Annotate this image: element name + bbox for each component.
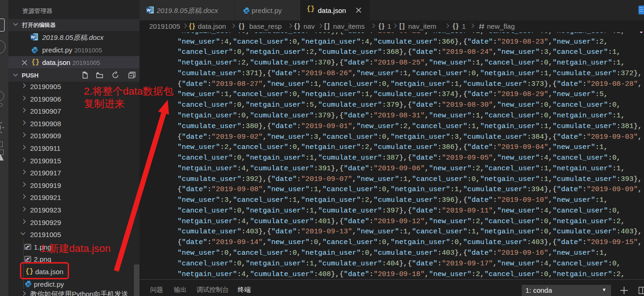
svg-text:W: W xyxy=(31,35,35,39)
svg-text:W: W xyxy=(147,8,151,13)
